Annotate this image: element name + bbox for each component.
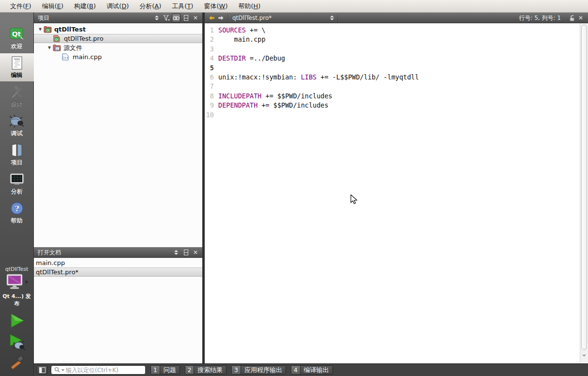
edit-document-icon [9,56,25,70]
filter-icon[interactable] [162,14,171,22]
mode-label: 编辑 [0,71,34,79]
scroll-down-icon[interactable] [581,352,587,360]
mode-label: 调试 [0,129,34,138]
output-pane-issues[interactable]: 1 问题 [151,365,180,375]
current-file-name: qtDllTest.pro* [232,15,330,21]
output-pane-application-output[interactable]: 3 应用程序输出 [231,365,286,375]
target-kit-name: Qt 4...) 发布 [0,293,33,307]
bug-icon [9,114,25,128]
pane-number: 3 [232,366,241,374]
split-pane-icon[interactable] [181,248,190,257]
go-forward-icon[interactable] [216,14,226,22]
open-document-label: main.cpp [36,259,65,266]
code-line: 3 [205,45,588,54]
menu-help[interactable]: 帮助(H) [233,0,266,13]
pane-label: 编译输出 [301,366,332,374]
tree-row-main-cpp[interactable]: C++ main.cpp [34,52,202,62]
mode-label: 帮助 [0,217,34,225]
search-icon [54,365,60,375]
output-pane-compile-output[interactable]: 4 编译输出 [291,365,333,375]
pane-number: 4 [291,366,301,374]
mode-help[interactable]: ? 帮助 [0,199,34,227]
output-pane-search-results[interactable]: 2 搜索结果 [185,365,227,375]
editor-column: qtDllTest.pro* 行号: 5, 列号: 1 ✕ 1SOURCES +… [205,13,588,363]
menu-window[interactable]: 窗体(W) [198,0,233,13]
locator-search-box[interactable] [51,365,146,375]
locator-input[interactable] [66,367,142,374]
mode-sidebar: Qt 欢迎 编辑 设计 调试 项目 [0,13,34,376]
qt-logo-icon: Qt [9,27,25,41]
code-editor[interactable]: 1SOURCES += \ 2 main.cpp 3 4DESTDIR =../… [205,23,588,363]
mode-debug[interactable]: 调试 [0,111,34,140]
menu-file[interactable]: 文件(F) [5,0,37,13]
code-line: 8INCLUDEPATH += $$PWD/includes [205,92,588,101]
sync-with-editor-icon[interactable] [172,14,181,22]
pane-combo-icon[interactable] [172,248,181,257]
tree-row-sources-folder[interactable]: ▼ C++ 源文件 [34,43,202,52]
debug-run-button[interactable] [8,334,26,352]
target-expand-arrow-icon[interactable] [25,280,29,286]
mode-edit[interactable]: 编辑 [0,53,34,81]
editor-vertical-scrollbar[interactable] [580,23,588,362]
code-lines: 1SOURCES += \ 2 main.cpp 3 4DESTDIR =../… [205,23,588,120]
code-line: 6unix:!macx:!symbian: LIBS += -L$$PWD/li… [205,73,588,82]
mode-projects[interactable]: 项目 [0,141,34,169]
menu-edit[interactable]: 编辑(E) [37,0,69,13]
tree-row-pro-file[interactable]: Qt qtDllTest.pro [34,34,202,43]
search-options-icon[interactable] [61,369,64,371]
design-tools-icon [9,85,25,99]
pane-label: 问题 [160,366,180,374]
menu-tools[interactable]: 工具(T) [166,0,198,13]
go-back-icon[interactable] [207,14,216,22]
projects-pane-title: 项目 [38,14,152,22]
project-tree: ▼ Qt qtDllTest Qt qtDllTest.pro ▼ [34,23,202,247]
open-documents-pane-header: 打开文档 ✕ [34,247,202,258]
projects-pane-header: 项目 ✕ [34,13,202,23]
svg-text:?: ? [15,204,19,213]
code-line: 10 [205,110,588,120]
tree-label: qtDllTest.pro [64,35,104,42]
run-button[interactable] [9,313,25,330]
tree-row-project-root[interactable]: ▼ Qt qtDllTest [34,25,202,34]
analyze-monitor-icon [9,172,25,187]
close-split-icon[interactable]: ✕ [576,14,585,22]
open-document-label: qtDllTest.pro* [36,268,78,276]
svg-text:Qt: Qt [12,30,21,38]
mode-welcome[interactable]: Qt 欢迎 [0,24,34,52]
dropdown-combo-icon [330,16,334,20]
toggle-sidebar-button[interactable] [37,365,47,375]
mode-label: 欢迎 [0,42,34,50]
code-line: 1SOURCES += \ [205,26,588,35]
close-pane-icon[interactable]: ✕ [191,248,200,257]
open-document-row[interactable]: qtDllTest.pro* [34,267,202,277]
build-hammer-button[interactable] [9,356,25,374]
open-document-row[interactable]: main.cpp [34,258,202,267]
mode-label: 项目 [0,158,34,167]
expand-triangle-icon[interactable]: ▼ [38,27,43,31]
menu-bar: 文件(F) 编辑(E) 构建(B) 调试(D) 分析(A) 工具(T) 窗体(W… [0,0,588,13]
menu-analyze[interactable]: 分析(A) [134,0,166,13]
help-icon: ? [9,201,25,216]
navigation-column: 项目 ✕ ▼ [34,13,205,363]
scrollbar-thumb[interactable] [581,25,587,350]
bottom-status-bar: 1 问题 2 搜索结果 3 应用程序输出 4 编译输出 [34,363,588,376]
pane-label: 应用程序输出 [241,366,286,374]
expand-triangle-icon[interactable]: ▼ [47,46,52,50]
pane-combo-icon[interactable] [152,14,161,22]
svg-text:Qt: Qt [55,38,59,42]
menu-debug[interactable]: 调试(D) [101,0,134,13]
mode-label: 分析 [0,188,34,196]
mode-analyze[interactable]: 分析 [0,170,34,198]
editor-toolbar: qtDllTest.pro* 行号: 5, 列号: 1 ✕ [205,13,588,23]
close-pane-icon[interactable]: ✕ [191,14,200,22]
file-lock-icon[interactable] [568,14,576,22]
open-file-dropdown[interactable]: qtDllTest.pro* [230,13,336,23]
sources-folder-icon: C++ [53,44,61,51]
split-pane-icon[interactable] [181,14,190,22]
svg-text:C++: C++ [62,56,68,59]
target-selector[interactable]: qtDllTest Qt 4...) 发布 [0,266,33,307]
code-line-current: 5 [205,63,588,73]
svg-text:C++: C++ [54,47,60,50]
menu-build[interactable]: 构建(B) [69,0,101,13]
tree-label: 源文件 [63,44,82,52]
